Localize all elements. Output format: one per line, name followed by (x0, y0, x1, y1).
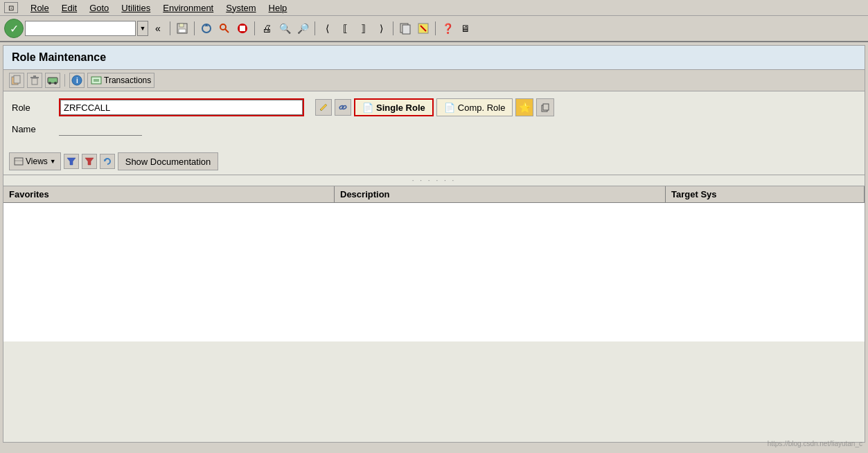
sep3 (254, 21, 255, 35)
command-input[interactable] (25, 21, 136, 36)
main-toolbar: ✓ ▼ « 🖨 🔍 🔎 ⟨ ⟦ ⟧ ⟩ ❓ 🖥 (0, 16, 868, 42)
transactions-label: Transactions (104, 76, 151, 85)
main-area: Role Maintenance i Transactions Role (3, 45, 865, 443)
filter-button[interactable] (64, 154, 79, 169)
form-area: Role 📄 Single Role 📄 Comp. Role (3, 91, 865, 148)
menu-utilities[interactable]: Utilities (121, 3, 150, 13)
comp-role-label: Comp. Role (458, 103, 506, 113)
svg-rect-1 (179, 24, 184, 27)
table-body (3, 203, 865, 341)
menu-environment[interactable]: Environment (163, 3, 213, 13)
inner-toolbar: i Transactions (3, 70, 865, 91)
monitor-icon[interactable]: 🖥 (457, 20, 474, 37)
role-buttons: 📄 Single Role 📄 Comp. Role ⭐ (315, 98, 554, 116)
col-header-description: Description (335, 186, 666, 202)
role-input[interactable] (60, 100, 303, 115)
single-role-label: Single Role (376, 103, 425, 113)
command-dropdown[interactable]: ▼ (137, 21, 148, 36)
svg-line-6 (225, 29, 229, 33)
find2-icon[interactable]: 🔍 (276, 20, 293, 37)
section-title: Role Maintenance (3, 46, 865, 70)
name-value (59, 122, 142, 136)
delete-button[interactable] (27, 73, 42, 88)
end-session-icon[interactable] (415, 20, 432, 37)
sap-logo-icon[interactable]: ⊡ (4, 2, 18, 13)
views-toolbar: Views ▼ Show Documentation (3, 148, 865, 175)
svg-point-19 (48, 82, 51, 85)
role-row: Role 📄 Single Role 📄 Comp. Role (12, 98, 856, 116)
table-header: Favorites Description Target Sys (3, 186, 865, 203)
svg-rect-31 (15, 158, 23, 165)
back-icon[interactable]: « (150, 20, 166, 37)
copy-role-button[interactable] (536, 98, 554, 116)
menu-role[interactable]: Role (30, 3, 49, 13)
stop-icon[interactable] (234, 20, 251, 37)
col-header-target: Target Sys (666, 186, 865, 202)
comp-role-doc-icon: 📄 (444, 103, 455, 113)
filter2-button[interactable] (82, 154, 97, 169)
sep1 (170, 21, 170, 35)
nav2-icon[interactable]: ⟦ (337, 20, 353, 37)
svg-text:i: i (76, 77, 78, 85)
nav1-icon[interactable]: ⟨ (319, 20, 335, 37)
help-icon[interactable]: ❓ (439, 20, 456, 37)
menu-edit[interactable]: Edit (62, 3, 77, 13)
info-button[interactable]: i (69, 73, 85, 88)
svg-point-20 (54, 82, 57, 85)
comp-role-button[interactable]: 📄 Comp. Role (436, 98, 513, 116)
role-input-wrap (59, 98, 304, 116)
new-session-icon[interactable] (397, 20, 414, 37)
copy-object-button[interactable] (9, 73, 24, 88)
name-row: Name (12, 122, 856, 136)
refresh-icon[interactable] (198, 20, 215, 37)
edit-role-button[interactable] (315, 99, 332, 116)
svg-rect-30 (543, 104, 549, 110)
table-container: Favorites Description Target Sys (3, 186, 865, 341)
sep2 (194, 21, 195, 35)
transport-button[interactable] (45, 73, 60, 88)
col-header-favorites: Favorites (3, 186, 335, 202)
favorite-button[interactable]: ⭐ (515, 98, 533, 116)
svg-rect-15 (32, 78, 37, 85)
views-arrow-icon: ▼ (50, 158, 56, 165)
confirm-button[interactable]: ✓ (4, 19, 24, 38)
find-icon[interactable] (216, 20, 233, 37)
views-button[interactable]: Views ▼ (9, 152, 61, 170)
link-button[interactable] (335, 99, 351, 116)
svg-rect-10 (402, 25, 410, 34)
inner-sep1 (64, 74, 65, 87)
svg-rect-16 (30, 77, 39, 78)
menu-bar: ⊡ Role Edit Goto Utilities Environment S… (0, 0, 868, 16)
watermark: https://blog.csdn.net/liayutan_c (768, 440, 862, 447)
name-label: Name (12, 124, 53, 134)
menu-system[interactable]: System (226, 3, 256, 13)
views-label: Views (26, 157, 48, 166)
role-label: Role (12, 103, 53, 113)
single-role-doc-icon: 📄 (362, 103, 373, 113)
svg-rect-14 (14, 76, 20, 83)
svg-rect-23 (91, 77, 101, 84)
nav4-icon[interactable]: ⟩ (373, 20, 389, 37)
find3-icon[interactable]: 🔎 (294, 20, 311, 37)
dots-separator: · · · · · · (3, 175, 865, 186)
svg-rect-17 (33, 76, 36, 77)
sep5 (393, 21, 393, 35)
show-documentation-label: Show Documentation (125, 157, 211, 167)
svg-marker-34 (85, 158, 94, 165)
svg-rect-8 (240, 26, 245, 31)
svg-point-5 (220, 24, 226, 30)
print-icon[interactable]: 🖨 (258, 20, 275, 37)
svg-marker-33 (67, 158, 76, 165)
menu-help[interactable]: Help (269, 3, 287, 13)
command-field-wrap: ▼ (25, 21, 148, 36)
single-role-button[interactable]: 📄 Single Role (354, 98, 434, 116)
save-icon[interactable] (174, 20, 191, 37)
refresh-list-button[interactable] (100, 154, 115, 169)
sep4 (315, 21, 315, 35)
nav3-icon[interactable]: ⟧ (355, 20, 371, 37)
show-documentation-button[interactable]: Show Documentation (118, 152, 219, 170)
transactions-icon[interactable]: Transactions (87, 73, 154, 88)
role-maintenance-title: Role Maintenance (12, 51, 106, 63)
sep6 (435, 21, 436, 35)
menu-goto[interactable]: Goto (89, 3, 109, 13)
